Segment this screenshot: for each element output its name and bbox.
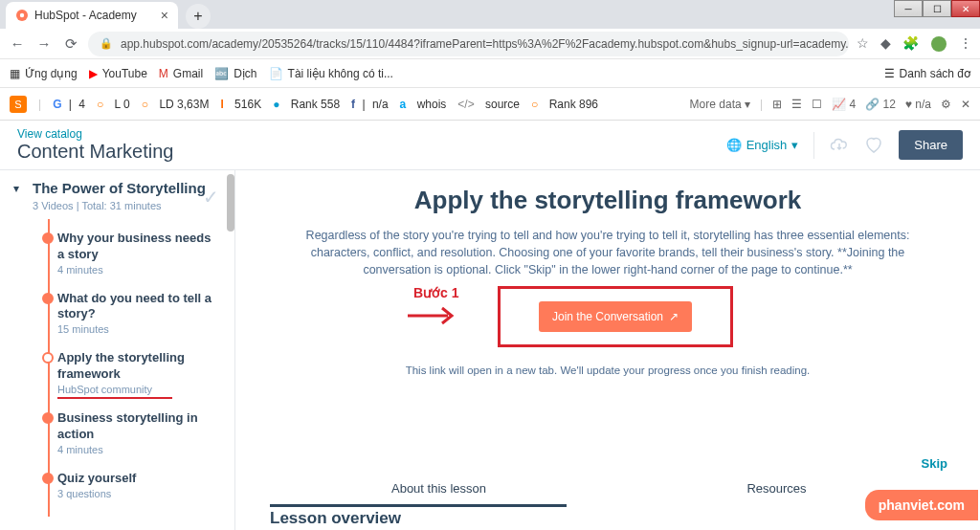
apps-icon: ▦ [10, 67, 20, 80]
seo-tool-1[interactable]: ⊞ [772, 98, 782, 111]
chevron-down-icon: ▾ [13, 182, 19, 195]
heart-icon[interactable] [864, 137, 883, 154]
svg-text:S: S [14, 99, 21, 110]
course-title: Content Marketing [17, 141, 173, 163]
star-icon[interactable]: ☆ [857, 35, 869, 53]
puzzle-icon[interactable]: 🧩 [902, 35, 919, 53]
seo-l[interactable]: ○ L 0 [97, 98, 130, 111]
docs-bookmark[interactable]: 📄Tài liệu không có ti... [269, 67, 393, 80]
lesson-title: Apply the storytelling framework [270, 186, 946, 215]
lesson-body: Regardless of the story you're trying to… [270, 227, 946, 278]
lesson-sidebar: ▾ The Power of Storytelling 3 Videos | T… [0, 170, 235, 530]
section-meta: 3 Videos | Total: 31 minutes [33, 200, 217, 211]
minimize-button[interactable]: ─ [894, 0, 923, 17]
profile-icon[interactable] [930, 35, 947, 53]
cta-hint: This link will open in a new tab. We'll … [270, 364, 946, 376]
lesson-item[interactable]: Quiz yourself 3 questions [44, 463, 217, 507]
seo-rank[interactable]: ○ Rank 896 [531, 98, 598, 111]
section-title: The Power of Storytelling [33, 180, 217, 198]
svg-point-2 [931, 36, 947, 52]
seo-tool-3[interactable]: ☐ [812, 98, 822, 111]
progress-dot-icon [42, 473, 54, 484]
seo-gear-icon[interactable]: ⚙ [941, 98, 951, 111]
seo-g[interactable]: G | 4 [53, 98, 85, 111]
lesson-item-current[interactable]: Apply the storytelling framework HubSpot… [44, 342, 217, 403]
apps-bookmark[interactable]: ▦Ứng dụng [10, 67, 78, 80]
close-tab-icon[interactable]: × [161, 8, 168, 23]
seo-metric-1[interactable]: 📈 4 [832, 98, 856, 111]
lesson-content: Apply the storytelling framework Regardl… [235, 170, 980, 530]
seo-source[interactable]: </> source [457, 98, 520, 111]
globe-icon: 🌐 [726, 138, 742, 152]
seo-b[interactable]: ● Rank 558 [273, 98, 340, 111]
progress-dot-icon [42, 352, 54, 364]
annotation-arrow-icon [406, 304, 461, 327]
reading-list[interactable]: ☰Danh sách đơ [884, 67, 970, 80]
bookmark-bar: ▦Ứng dụng ▶YouTube MGmail 🔤Dịch 📄Tài liệ… [0, 59, 980, 88]
extension-icon[interactable]: ◆ [880, 35, 891, 53]
hubspot-favicon [15, 9, 29, 22]
close-window-button[interactable]: ✕ [951, 0, 980, 17]
seo-tool-2[interactable]: ☰ [791, 98, 802, 111]
window-controls: ─ ☐ ✕ [894, 0, 980, 17]
join-conversation-button[interactable]: Join the Conversation ↗ [539, 301, 692, 332]
seo-metric-2[interactable]: 🔗 12 [865, 98, 896, 111]
lesson-item[interactable]: Why your business needs a story 4 minute… [44, 223, 217, 283]
docs-icon: 📄 [269, 67, 283, 80]
reload-button[interactable]: ⟳ [61, 34, 80, 54]
url-field[interactable]: 🔒 app.hubspot.com/academy/20535264/track… [88, 32, 849, 56]
url-text: app.hubspot.com/academy/20535264/tracks/… [121, 37, 849, 51]
view-catalog-link[interactable]: View catalog [17, 127, 173, 141]
seo-close-icon[interactable]: ✕ [961, 98, 970, 111]
chevron-down-icon: ▾ [791, 138, 798, 152]
tab-title: HubSpot - Academy [34, 9, 137, 22]
seo-toolbar: S | G | 4 ○ L 0 ○ LD 3,63M I 516K ● Rank… [0, 88, 980, 121]
progress-dot-icon [42, 412, 54, 424]
lesson-item[interactable]: What do you need to tell a story? 15 min… [44, 283, 217, 343]
share-button[interactable]: Share [899, 130, 963, 160]
svg-point-1 [20, 13, 24, 17]
seo-whois[interactable]: a whois [400, 98, 447, 111]
gmail-icon: M [159, 67, 168, 80]
divider [813, 132, 814, 159]
progress-dot-icon [42, 293, 54, 304]
main-area: ▾ The Power of Storytelling 3 Videos | T… [0, 170, 980, 530]
seo-ld[interactable]: ○ LD 3,63M [142, 98, 210, 111]
tab-strip: HubSpot - Academy × + [0, 0, 980, 29]
lesson-overview-heading: Lesson overview [270, 509, 401, 528]
content-tabs: About this lesson Resources [270, 481, 946, 503]
lesson-item[interactable]: Business storytelling in action 4 minute… [44, 403, 217, 463]
seo-i[interactable]: I 516K [220, 98, 261, 111]
section-header[interactable]: ▾ The Power of Storytelling 3 Videos | T… [0, 170, 234, 219]
youtube-icon: ▶ [89, 67, 98, 80]
external-link-icon: ↗ [669, 310, 679, 323]
address-bar: ← → ⟳ 🔒 app.hubspot.com/academy/20535264… [0, 29, 980, 59]
seo-fb[interactable]: f | n/a [351, 98, 388, 111]
app-header: View catalog Content Marketing 🌐 English… [0, 121, 980, 170]
skip-link[interactable]: Skip [922, 456, 947, 471]
watermark: phanviet.com [865, 490, 978, 520]
seo-metric-3[interactable]: ♥ n/a [905, 98, 931, 111]
language-selector[interactable]: 🌐 English ▾ [726, 138, 799, 152]
new-tab-button[interactable]: + [186, 4, 211, 29]
menu-icon[interactable]: ⋮ [959, 35, 972, 53]
annotation-underline [57, 397, 172, 399]
translate-bookmark[interactable]: 🔤Dịch [214, 67, 256, 80]
annotation-step-label: Bước 1 [413, 285, 459, 300]
annotation-highlight-box: Join the Conversation ↗ [498, 286, 733, 347]
translate-icon: 🔤 [214, 67, 229, 80]
tab-about[interactable]: About this lesson [270, 481, 608, 503]
seoquake-icon[interactable]: S [10, 96, 27, 113]
progress-dot-icon [42, 232, 54, 244]
forward-button[interactable]: → [34, 34, 54, 54]
browser-tab[interactable]: HubSpot - Academy × [6, 2, 178, 29]
extension-icons: ☆ ◆ 🧩 ⋮ [857, 35, 972, 53]
download-icon[interactable] [830, 138, 849, 153]
seo-more-data[interactable]: More data ▾ [690, 98, 750, 111]
gmail-bookmark[interactable]: MGmail [159, 67, 203, 80]
back-button[interactable]: ← [8, 34, 27, 54]
youtube-bookmark[interactable]: ▶YouTube [89, 67, 147, 80]
maximize-button[interactable]: ☐ [923, 0, 951, 17]
active-tab-underline [270, 504, 567, 507]
check-icon: ✓ [203, 186, 219, 209]
